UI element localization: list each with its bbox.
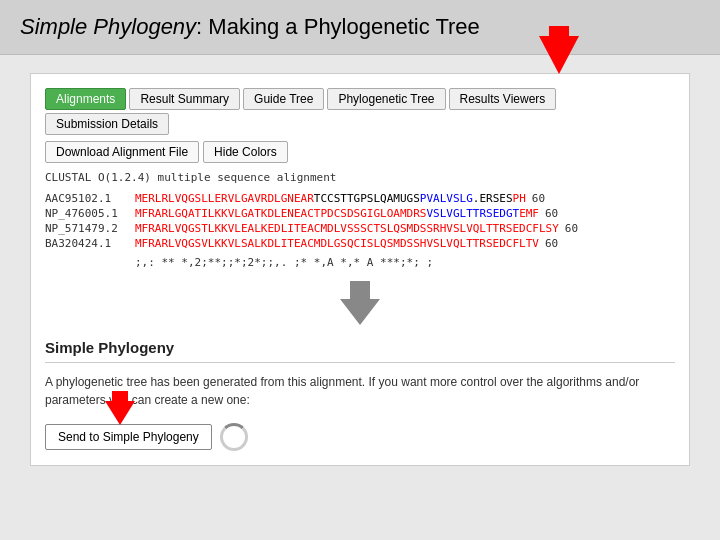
sub-tabs-row: Download Alignment File Hide Colors <box>45 141 675 163</box>
tab-result-summary[interactable]: Result Summary <box>129 88 240 110</box>
section-divider <box>45 362 675 363</box>
down-arrow-container <box>45 277 675 327</box>
alignment-row-2: NP_476005.1 MFRARLGQATILKKVLGATKDLENEACT… <box>45 207 675 220</box>
red-arrow-send-icon <box>100 391 140 427</box>
seq-id-2: NP_476005.1 <box>45 207 135 220</box>
conservation-data: ;,: ** *,2;**;;*;2*;;,. ;* *,A *,* A ***… <box>135 256 433 269</box>
download-alignment-button[interactable]: Download Alignment File <box>45 141 199 163</box>
tab-alignments[interactable]: Alignments <box>45 88 126 110</box>
seq-data-1d: .ERSES <box>473 192 513 205</box>
page-title: Simple Phylogeny: Making a Phylogenetic … <box>0 0 720 55</box>
svg-marker-2 <box>105 391 135 425</box>
alignment-row-1: AAC95102.1 MERLRLVQGSLLERVLGAVRDLGNEARTC… <box>45 192 675 205</box>
seq-data-3: MFRARLVQGSTLKKVLEALKEDLITEACMDLVSSSCTSLQ… <box>135 222 559 235</box>
seq-num-1: 60 <box>532 192 545 205</box>
seq-num-2: 60 <box>545 207 558 220</box>
seq-data-2b: VSLVGLTTRSEDGT <box>426 207 519 220</box>
conservation-row: ;,: ** *,2;**;;*;2*;;,. ;* *,A *,* A ***… <box>45 256 675 269</box>
alignment-row-3: NP_571479.2 MFRARLVQGSTLKKVLEALKEDLITEAC… <box>45 222 675 235</box>
spinner-icon <box>220 423 248 451</box>
clustal-header: CLUSTAL O(1.2.4) multiple sequence align… <box>45 171 675 184</box>
red-arrow-top-icon <box>529 26 589 76</box>
tab-results-viewers[interactable]: Results Viewers <box>449 88 557 110</box>
seq-id-3: NP_571479.2 <box>45 222 135 235</box>
seq-data-4: MFRARLVQGSVLKKVLSALKDLITEACMDLGSQCISLQSM… <box>135 237 539 250</box>
send-row: Send to Simple Phylogeny <box>45 423 675 451</box>
seq-id-1: AAC95102.1 <box>45 192 135 205</box>
hide-colors-button[interactable]: Hide Colors <box>203 141 288 163</box>
alignment-area: AAC95102.1 MERLRLVQGSLLERVLGAVRDLGNEARTC… <box>45 192 675 250</box>
tab-phylogenetic-tree[interactable]: Phylogenetic Tree <box>327 88 445 110</box>
svg-marker-0 <box>539 26 579 74</box>
tab-guide-tree[interactable]: Guide Tree <box>243 88 324 110</box>
svg-marker-1 <box>340 281 380 325</box>
main-panel: Alignments Result Summary Guide Tree Phy… <box>30 73 690 466</box>
seq-id-4: BA320424.1 <box>45 237 135 250</box>
seq-data-1c: PVALVSLG <box>420 192 473 205</box>
seq-num-4: 60 <box>545 237 558 250</box>
seq-data-1: MERLRLVQGSLLERVLGAVRDLGNEAR <box>135 192 314 205</box>
seq-data-2: MFRARLGQATILKKVLGATKDLENEACTPDCSDSGIGLOA… <box>135 207 426 220</box>
alignment-row-4: BA320424.1 MFRARLVQGSVLKKVLSALKDLITEACMD… <box>45 237 675 250</box>
down-arrow-icon <box>335 277 385 327</box>
section-title: Simple Phylogeny <box>45 339 675 356</box>
seq-data-2c: EMF <box>519 207 539 220</box>
tab-submission-details[interactable]: Submission Details <box>45 113 169 135</box>
seq-data-1e: PH <box>513 192 526 205</box>
seq-num-3: 60 <box>565 222 578 235</box>
send-to-phylogeny-button[interactable]: Send to Simple Phylogeny <box>45 424 212 450</box>
tabs-row: Alignments Result Summary Guide Tree Phy… <box>45 88 675 135</box>
seq-data-1b: TCCSTTGPSLQAMUGS <box>314 192 420 205</box>
